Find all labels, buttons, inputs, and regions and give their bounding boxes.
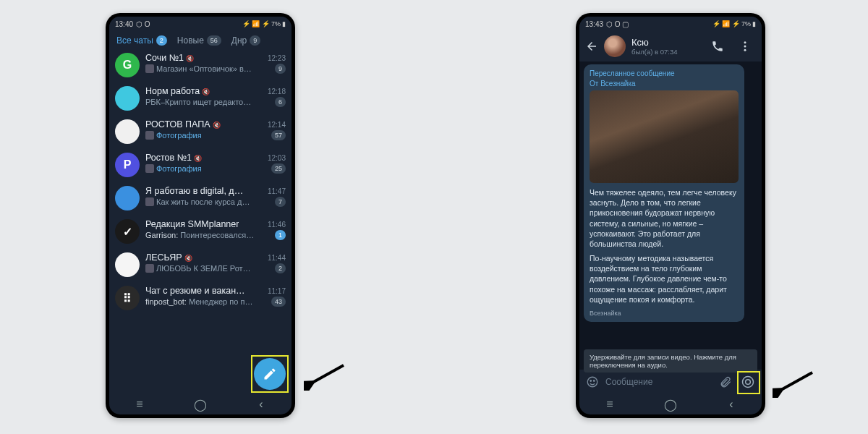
svg-point-5 [594,380,595,382]
chat-info[interactable]: Ксю был(а) в 07:34 [631,37,701,56]
chat-preview: Фотография [145,131,202,140]
compose-fab[interactable] [254,358,286,390]
chat-name: ЛЕСЬЯР🔇 [145,252,192,263]
annotation-arrow-right [773,369,816,398]
call-button[interactable] [707,40,728,53]
chat-preview: Как жить после курса д… [145,197,250,206]
svg-point-6 [743,377,754,388]
chat-time: 11:17 [268,287,286,295]
chat-avatar: P [115,153,140,177]
tab-label: Новые [177,35,204,46]
camera-button[interactable] [739,375,757,389]
unread-badge: 9 [275,64,286,74]
screen-left: 13:40 ⬡ O ⚡ 📶 ⚡ 7% ▮ Все чаты2Новые56Днр… [109,17,292,414]
chat-status: был(а) в 07:34 [631,48,701,56]
svg-point-1 [744,46,746,48]
svg-point-7 [746,380,751,385]
chat-preview: РБК–Крипто ищет редакто… [145,98,251,106]
muted-icon: 🔇 [202,88,210,95]
emoji-icon [586,375,599,388]
nav-home[interactable]: ◯ [660,398,681,412]
status-battery: 7% [741,20,751,27]
chat-name: Сочи №1🔇 [145,53,194,63]
unread-badge: 25 [271,163,286,174]
chat-list[interactable]: G Сочи №1🔇 12:23 Магазин «Оптовичок» в… … [109,48,292,394]
chat-header: Ксю был(а) в 07:34 [579,31,762,61]
chat-time: 12:14 [268,121,286,129]
chat-row[interactable]: ✓ Редакция SMMplanner 11:46 Garrison: По… [109,215,292,248]
muted-icon: 🔇 [194,155,202,162]
paperclip-icon [719,375,732,388]
tab-label: Все чаты [116,35,153,46]
status-indicator: ⬡ O ▢ [606,20,629,28]
chat-row[interactable]: P Ростов №1🔇 12:03 Фотография 25 [109,148,292,182]
battery-icon: ▮ [752,20,756,27]
chat-avatar [115,86,140,111]
back-button[interactable] [585,40,598,53]
nav-back[interactable]: ‹ [720,398,742,411]
chat-preview: Garrison: Поинтересовался… [145,231,254,239]
filter-tab[interactable]: Новые56 [177,35,221,46]
svg-line-8 [311,365,344,383]
camera-icon [741,375,755,389]
filter-tab[interactable]: Днр9 [231,35,260,46]
emoji-button[interactable] [584,375,601,388]
chat-name: Ксю [631,37,701,48]
chat-time: 12:23 [268,54,286,62]
forwarded-label: Пересланное сообщение [590,69,675,77]
chat-name: РОСТОВ ПАПА🔇 [145,119,221,129]
nav-recents[interactable]: ≡ [599,398,621,411]
svg-point-4 [590,380,592,382]
chat-avatar [115,252,140,277]
android-navbar: ≡ ◯ ‹ [579,394,762,414]
chat-preview: Магазин «Оптовичок» в… [145,64,252,73]
filter-tab[interactable]: Все чаты2 [116,35,167,46]
chat-preview: finpost_bot: Менеджер по п… [145,297,252,306]
attach-button[interactable] [717,375,734,388]
message-bubble[interactable]: Пересланное сообщение От Всезнайка Чем т… [584,64,744,322]
chat-avatar[interactable] [604,35,626,57]
status-indicator: ⬡ O [136,20,150,28]
preview-thumb [145,131,154,140]
chat-preview: Фотография [145,164,202,173]
statusbar: 13:43 ⬡ O ▢ ⚡ 📶 ⚡ 7% ▮ [579,17,762,31]
preview-thumb [145,164,154,173]
chat-name: Ростов №1🔇 [145,153,202,163]
message-input[interactable]: Сообщение [605,377,712,387]
message-area[interactable]: Пересланное сообщение От Всезнайка Чем т… [579,61,762,370]
statusbar: 13:40 ⬡ O ⚡ 📶 ⚡ 7% ▮ [109,17,292,31]
chat-avatar: ✓ [115,219,140,244]
unread-badge: 43 [271,297,286,307]
chat-row[interactable]: Норм работа🔇 12:18 РБК–Крипто ищет редак… [109,82,292,115]
tab-badge: 2 [156,35,167,46]
nav-back[interactable]: ‹ [250,398,272,411]
message-text-1: Чем тяжелее одеяло, тем легче человеку з… [590,187,739,249]
svg-line-9 [780,373,812,391]
chat-row[interactable]: РОСТОВ ПАПА🔇 12:14 Фотография 57 [109,115,292,148]
chat-time: 11:46 [268,221,286,229]
svg-point-0 [744,41,746,43]
chat-row[interactable]: ЛЕСЬЯР🔇 11:44 ЛЮБОВЬ К ЗЕМЛЕ Рот… 2 [109,248,292,281]
tab-label: Днр [231,35,247,46]
chat-name: Чат с резюме и ваканси…🔇 [145,286,247,296]
record-tooltip: Удерживайте для записи видео. Нажмите дл… [584,349,757,373]
phone-right: 13:43 ⬡ O ▢ ⚡ 📶 ⚡ 7% ▮ Ксю был(а) в 07:3… [576,13,765,418]
tab-badge: 56 [207,35,221,46]
unread-badge: 1 [275,230,286,240]
status-icons: ⚡ 📶 ⚡ [712,20,740,27]
chat-row[interactable]: ⠿ Чат с резюме и ваканси…🔇 11:17 finpost… [109,281,292,315]
message-photo[interactable] [590,90,739,183]
svg-point-3 [587,377,597,387]
arrow-left-icon [585,40,598,53]
more-button[interactable] [734,40,756,53]
annotation-arrow-left [304,362,347,391]
status-time: 13:40 [115,20,133,28]
svg-point-2 [744,49,746,51]
nav-recents[interactable]: ≡ [129,398,150,411]
forwarded-from: От Всезнайка [590,79,739,89]
nav-home[interactable]: ◯ [190,398,211,412]
status-time: 13:43 [585,20,603,28]
chat-name: Редакция SMMplanner [145,219,239,229]
chat-row[interactable]: G Сочи №1🔇 12:23 Магазин «Оптовичок» в… … [109,48,292,82]
chat-row[interactable]: Я работаю в digital, дет…🔇 11:47 Как жит… [109,182,292,215]
